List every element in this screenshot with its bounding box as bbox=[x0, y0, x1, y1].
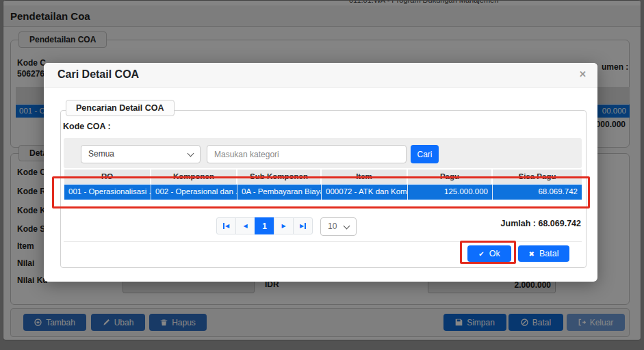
first-arrow-icon: ◀ bbox=[225, 223, 229, 229]
pagination: ◀ ◀ 1 ▶ ▶ bbox=[216, 217, 313, 234]
close-icon[interactable]: ✕ bbox=[579, 69, 587, 80]
page-size-select[interactable]: 10 bbox=[320, 217, 357, 236]
cari-button[interactable]: Cari bbox=[411, 145, 439, 163]
prev-arrow-icon: ◀ bbox=[243, 223, 247, 229]
batal-label: Batal bbox=[539, 249, 559, 258]
annotation-ok-highlight bbox=[460, 241, 516, 264]
first-bar-icon bbox=[223, 223, 224, 229]
jumlah-summary: Jumlah : 68.069.742 bbox=[501, 219, 581, 228]
category-select[interactable]: Semua bbox=[81, 145, 201, 163]
category-select-value: Semua bbox=[88, 149, 114, 159]
kode-coa-label: Kode COA : bbox=[63, 122, 111, 131]
next-page-button[interactable]: ▶ bbox=[274, 217, 294, 234]
prev-page-button[interactable]: ◀ bbox=[235, 217, 255, 234]
page-1-button[interactable]: 1 bbox=[255, 217, 274, 234]
page-size-chevron-icon bbox=[344, 223, 350, 230]
tab-pencarian-detail-coa[interactable]: Pencarian Detail COA bbox=[66, 100, 175, 116]
batal-button[interactable]: ✖ Batal bbox=[518, 245, 569, 262]
next-arrow-icon: ▶ bbox=[281, 223, 285, 229]
screen: 011.01.WA - Program Dukungan Manajemen P… bbox=[0, 0, 644, 350]
keyword-input[interactable] bbox=[207, 145, 407, 163]
last-arrow-icon: ▶ bbox=[300, 223, 304, 229]
dialog-header: Cari Detail COA ✕ bbox=[44, 63, 597, 88]
first-page-button[interactable]: ◀ bbox=[216, 217, 236, 234]
page-size-value: 10 bbox=[328, 221, 337, 231]
last-page-button[interactable]: ▶ bbox=[293, 217, 313, 234]
dialog-title: Cari Detail COA bbox=[57, 68, 139, 81]
chevron-down-icon bbox=[188, 150, 194, 157]
last-bar-icon bbox=[305, 223, 306, 229]
annotation-row-highlight bbox=[52, 176, 590, 208]
x-icon: ✖ bbox=[529, 250, 534, 258]
